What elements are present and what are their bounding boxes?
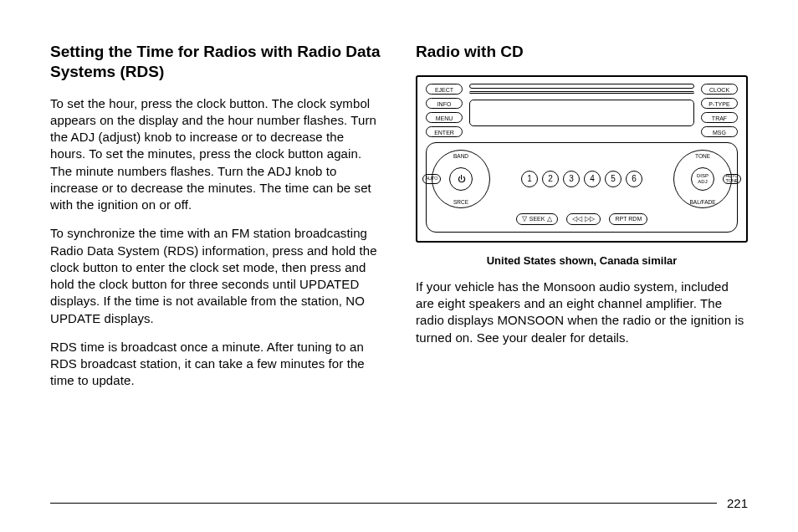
left-column: Setting the Time for Radios with Radio D…: [50, 42, 382, 402]
rew-ff-control: ◁◁ ▷▷: [566, 213, 601, 225]
preset-5: 5: [605, 171, 622, 187]
menu-button: MENU: [426, 112, 463, 123]
left-heading: Setting the Time for Radios with Radio D…: [50, 42, 382, 82]
preset-buttons: 1 2 3 4 5 6: [495, 171, 668, 187]
preset-2: 2: [542, 171, 559, 187]
radio-display: [469, 100, 694, 126]
page-footer: 221: [50, 496, 748, 510]
forward-icon: ▷▷: [585, 215, 595, 223]
left-paragraph-1: To set the hour, press the clock button.…: [50, 95, 382, 214]
rpt-rdm-control: RPT RDM: [609, 213, 647, 225]
radio-caption: United States shown, Canada similar: [416, 254, 748, 267]
auto-pill-left: AUTO: [422, 174, 441, 184]
footer-rule: [50, 503, 717, 504]
radio-illustration: EJECT INFO MENU ENTER CLOCK P-TYPE TRAF …: [416, 75, 748, 243]
eject-button: EJECT: [426, 84, 463, 95]
clock-button: CLOCK: [701, 84, 738, 95]
seek-down-icon: ▽: [522, 215, 527, 223]
ptype-button: P-TYPE: [701, 98, 738, 109]
cd-slot-area: [469, 84, 694, 126]
radio-bottom-panel: BAND AUTO ⏻ SRCE 1 2 3 4 5 6: [426, 142, 738, 233]
info-button: INFO: [426, 98, 463, 109]
balfade-label: BAL/FADE: [689, 199, 715, 205]
tone-label: TONE: [695, 153, 710, 159]
right-paragraph-1: If your vehicle has the Monsoon audio sy…: [416, 279, 748, 346]
preset-4: 4: [584, 171, 601, 187]
auto-tone-pill: AUTO TONE: [723, 174, 741, 184]
rewind-icon: ◁◁: [572, 215, 582, 223]
left-paragraph-2: To synchronize the time with an FM stati…: [50, 225, 382, 327]
preset-6: 6: [626, 171, 642, 187]
right-knob: TONE AUTO TONE DISP ADJ BAL/FADE: [673, 150, 732, 208]
disp-adj-label: DISP ADJ: [691, 167, 714, 191]
preset-3: 3: [563, 171, 580, 187]
seek-label: SEEK: [529, 216, 545, 222]
left-button-stack: EJECT INFO MENU ENTER: [426, 84, 463, 137]
preset-1: 1: [521, 171, 538, 187]
rpt-rdm-label: RPT RDM: [615, 216, 642, 222]
left-paragraph-3: RDS time is broadcast once a minute. Aft…: [50, 339, 382, 390]
srce-label: SRCE: [453, 199, 468, 205]
band-label: BAND: [453, 153, 468, 159]
power-icon: ⏻: [449, 167, 473, 191]
page-number: 221: [727, 496, 748, 510]
right-heading: Radio with CD: [416, 42, 748, 62]
seek-up-icon: △: [547, 215, 552, 223]
traf-button: TRAF: [701, 112, 738, 123]
seek-control: ▽ SEEK △: [516, 213, 559, 225]
left-knob: BAND AUTO ⏻ SRCE: [432, 150, 490, 208]
right-column: Radio with CD EJECT INFO MENU ENTER CLOC…: [416, 42, 748, 402]
right-button-stack: CLOCK P-TYPE TRAF MSG: [701, 84, 738, 137]
msg-button: MSG: [701, 126, 738, 137]
enter-button: ENTER: [426, 126, 463, 137]
